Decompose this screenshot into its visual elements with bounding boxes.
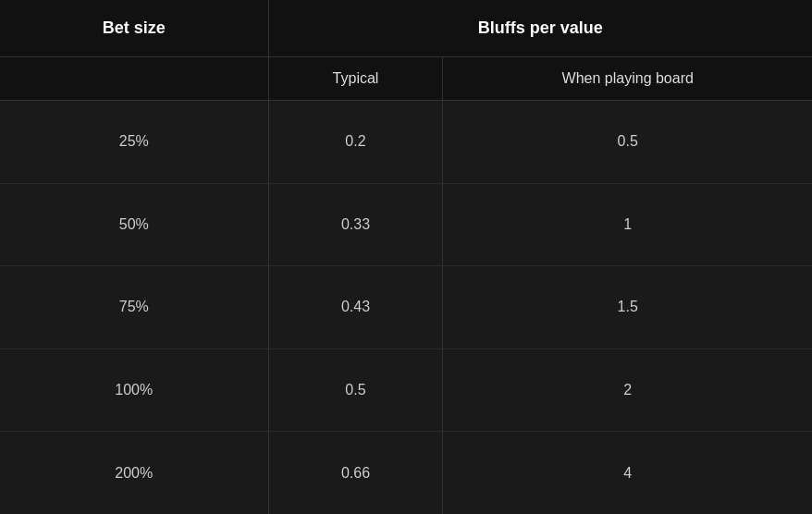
when-playing-value-cell: 0.5 [443, 101, 812, 184]
bet-size-cell: 75% [0, 266, 268, 349]
typical-value-cell: 0.33 [268, 183, 443, 266]
bet-size-cell: 25% [0, 101, 268, 184]
table-container: Bet size Bluffs per value Typical When p… [0, 0, 812, 514]
bet-size-cell: 200% [0, 432, 268, 515]
when-playing-value-cell: 1.5 [443, 266, 812, 349]
typical-value-cell: 0.2 [268, 101, 443, 184]
table-row: 200%0.664 [0, 432, 812, 515]
bet-size-header: Bet size [0, 0, 268, 57]
main-header-row: Bet size Bluffs per value [0, 0, 812, 57]
table-row: 25%0.20.5 [0, 101, 812, 184]
typical-column-header: Typical [268, 57, 443, 101]
bet-size-cell: 50% [0, 183, 268, 266]
when-playing-value-cell: 1 [443, 183, 812, 266]
table-row: 100%0.52 [0, 349, 812, 432]
sub-header-row: Typical When playing board [0, 57, 812, 101]
typical-value-cell: 0.66 [268, 432, 443, 515]
bluffs-per-value-header: Bluffs per value [268, 0, 812, 57]
typical-value-cell: 0.5 [268, 349, 443, 432]
bluffs-table: Bet size Bluffs per value Typical When p… [0, 0, 812, 514]
when-playing-value-cell: 4 [443, 432, 812, 515]
table-row: 50%0.331 [0, 183, 812, 266]
bet-size-sub-header [0, 57, 268, 101]
bet-size-cell: 100% [0, 349, 268, 432]
when-playing-value-cell: 2 [443, 349, 812, 432]
when-playing-column-header: When playing board [443, 57, 812, 101]
typical-value-cell: 0.43 [268, 266, 443, 349]
table-row: 75%0.431.5 [0, 266, 812, 349]
